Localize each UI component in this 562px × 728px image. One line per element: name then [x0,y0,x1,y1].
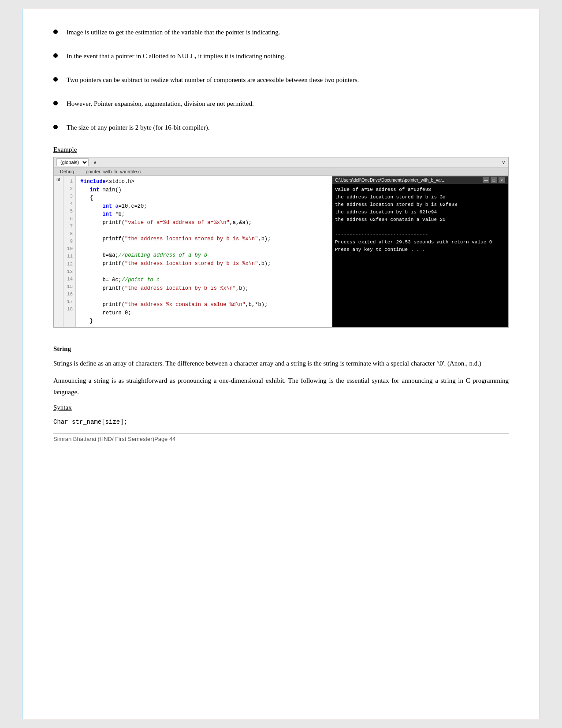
example-label: Example [53,146,509,153]
bullet-list: Image is utilize to get the estimation o… [53,27,509,133]
window-buttons: — □ × [483,177,505,183]
bullet-dot [53,77,58,82]
bullet-text: In the event that a pointer in C allotte… [67,51,509,61]
output-text: value of a=10 address of a=62fe98the add… [332,184,508,256]
bullet-text: Image is utilize to get the estimation o… [67,27,509,37]
close-button[interactable]: × [499,177,505,183]
ide-tabs: Debug pointer_with_b_variable.c [54,168,508,176]
nt-label: nt [54,176,63,327]
line-numbers: 123456789101112131415161718 [63,176,76,327]
bullet-text: Two pointers can be subtract to realize … [67,75,509,85]
debug-tab[interactable]: Debug [56,168,78,175]
list-item: However, Pointer expansion, augmentation… [53,98,509,109]
bullet-dot [53,101,58,105]
list-item: The size of any pointer is 2 byte (for 1… [53,122,509,133]
chevron-down-icon-2: ∨ [502,159,506,165]
output-window: C:\Users\dell\OneDrive\Documents\pointer… [332,176,508,327]
ide-toolbar: (globals) ∨ ∨ [54,157,508,168]
bullet-dot [53,125,58,129]
output-title-text: C:\Users\dell\OneDrive\Documents\pointer… [335,178,446,183]
bullet-dot [53,30,58,34]
ide-body: nt 123456789101112131415161718 #include<… [54,176,508,327]
output-titlebar: C:\Users\dell\OneDrive\Documents\pointer… [332,176,508,184]
list-item: In the event that a pointer in C allotte… [53,51,509,61]
bullet-text: However, Pointer expansion, augmentation… [67,98,509,109]
list-item: Two pointers can be subtract to realize … [53,75,509,85]
ide-container: (globals) ∨ ∨ Debug pointer_with_b_varia… [53,157,509,328]
syntax-label: Syntax [53,404,509,411]
bullet-dot [53,53,58,58]
syntax-code: Char str_name[size]; [53,418,509,426]
ide-code-area: nt 123456789101112131415161718 #include<… [54,176,332,327]
string-title: String [53,345,509,353]
list-item: Image is utilize to get the estimation o… [53,27,509,37]
footer: Simran Bhattarai (HND/ First Semester)Pa… [53,433,509,442]
ide-left: nt 123456789101112131415161718 #include<… [54,176,332,327]
restore-button[interactable]: □ [491,177,497,183]
string-para-1: Strings is define as an array of charact… [53,358,509,370]
globals-select[interactable]: (globals) [56,158,89,166]
chevron-down-icon: ∨ [93,159,97,165]
code-area: #include<stdio.h> int main() { int a=10,… [76,176,332,327]
filename-tab[interactable]: pointer_with_b_variable.c [82,168,144,175]
string-para-2: Announcing a string is as straightforwar… [53,375,509,398]
bullet-text: The size of any pointer is 2 byte (for 1… [67,122,509,133]
string-section: String Strings is define as an array of … [53,345,509,426]
minimize-button[interactable]: — [483,177,489,183]
page: Image is utilize to get the estimation o… [22,9,540,719]
